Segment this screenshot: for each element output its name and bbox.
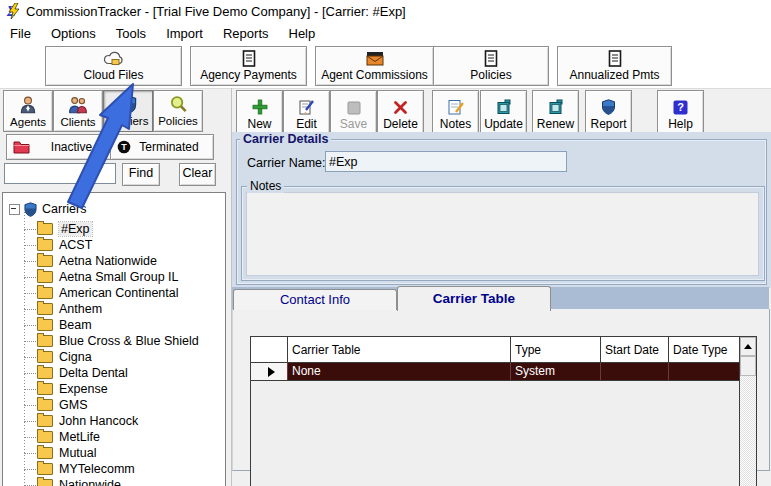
folder-icon xyxy=(37,271,53,283)
tree-item[interactable]: Anthem xyxy=(3,301,225,317)
plus-icon xyxy=(252,99,268,115)
policies-report-button[interactable]: Policies xyxy=(433,46,549,86)
folder-icon xyxy=(37,303,53,315)
clear-button[interactable]: Clear xyxy=(179,163,216,186)
tree-item[interactable]: Delta Dental xyxy=(3,365,225,381)
folder-icon xyxy=(37,383,53,395)
save-button: Save xyxy=(330,90,377,135)
carrier-name-input[interactable]: #Exp xyxy=(325,151,567,172)
table-row[interactable]: None System xyxy=(251,363,739,381)
folder-icon xyxy=(37,335,53,347)
cell-carrier-table: None xyxy=(288,363,511,380)
tree-item[interactable]: John Hancock xyxy=(3,413,225,429)
tree-item[interactable]: MetLife xyxy=(3,429,225,445)
renew-scroll-icon xyxy=(548,99,564,115)
tree-item[interactable]: Aetna Small Group IL xyxy=(3,269,225,285)
notes-doc-icon xyxy=(447,99,464,115)
title-bar: Σ CommissionTracker - [Trial Five Demo C… xyxy=(0,0,771,22)
delete-button[interactable]: Delete xyxy=(377,90,424,135)
renew-button[interactable]: Renew xyxy=(532,90,579,135)
document-icon xyxy=(242,50,256,67)
sidebar-tab-carriers[interactable]: Carriers xyxy=(103,90,153,132)
folder-icon xyxy=(37,255,53,267)
magnifier-icon xyxy=(169,95,188,114)
collapse-minus-icon[interactable] xyxy=(9,204,20,215)
menu-reports[interactable]: Reports xyxy=(213,26,279,41)
red-folder-icon xyxy=(13,141,30,154)
menu-tools[interactable]: Tools xyxy=(106,26,156,41)
folder-icon xyxy=(37,399,53,411)
agent-commissions-button[interactable]: Agent Commissions xyxy=(315,46,434,86)
document-icon xyxy=(484,50,498,67)
tree-item[interactable]: Blue Cross & Blue Shield xyxy=(3,333,225,349)
sidebar-tab-agents[interactable]: Agents xyxy=(3,90,53,132)
clients-people-icon xyxy=(68,95,88,115)
tree-root-carriers[interactable]: Carriers xyxy=(3,201,225,217)
tree-item[interactable]: #Exp xyxy=(3,221,225,237)
carrier-shield-icon xyxy=(24,202,37,217)
tree-item[interactable]: Expense xyxy=(3,381,225,397)
tree-item[interactable]: Aetna Nationwide xyxy=(3,253,225,269)
tree-item[interactable]: GMS xyxy=(3,397,225,413)
cell-type: System xyxy=(511,363,601,380)
grid-header-type[interactable]: Type xyxy=(511,337,601,362)
edit-button[interactable]: Edit xyxy=(283,90,330,135)
carrier-details-title: Carrier Details xyxy=(240,132,331,146)
scroll-thumb[interactable] xyxy=(740,356,756,376)
notes-button[interactable]: Notes xyxy=(432,90,479,135)
grid-header-date-type[interactable]: Date Type xyxy=(669,337,739,362)
grid-header-carrier-table[interactable]: Carrier Table xyxy=(288,337,511,362)
tab-contact-info[interactable]: Contact Info xyxy=(233,289,397,310)
grid-scrollbar[interactable] xyxy=(739,337,756,486)
tree-item[interactable]: Cigna xyxy=(3,349,225,365)
notes-title: Notes xyxy=(247,179,284,193)
scroll-up-button[interactable] xyxy=(740,337,756,356)
terminated-circle-icon: T xyxy=(117,140,131,154)
mail-icon xyxy=(365,51,385,67)
folder-icon xyxy=(37,287,53,299)
grid-header-start-date[interactable]: Start Date xyxy=(601,337,669,362)
menu-help[interactable]: Help xyxy=(279,26,326,41)
menu-file[interactable]: File xyxy=(0,26,41,41)
cloud-files-button[interactable]: Cloud Files xyxy=(45,46,182,86)
sidebar-tab-clients[interactable]: Clients xyxy=(53,90,103,132)
search-input[interactable] xyxy=(4,163,116,184)
delete-x-icon xyxy=(393,100,408,115)
update-button[interactable]: Update xyxy=(480,90,527,135)
folder-icon xyxy=(37,479,53,486)
notes-textarea[interactable] xyxy=(246,192,759,276)
report-button[interactable]: Report xyxy=(585,90,632,135)
tree-item[interactable]: Beam xyxy=(3,317,225,333)
folder-icon xyxy=(37,223,53,235)
agency-payments-button[interactable]: Agency Payments xyxy=(190,46,307,86)
folder-icon xyxy=(37,415,53,427)
help-button[interactable]: ? Help xyxy=(657,90,704,135)
tree-item[interactable]: Nationwide xyxy=(3,477,225,486)
help-icon: ? xyxy=(673,100,688,115)
tree-item[interactable]: Mutual xyxy=(3,445,225,461)
menu-import[interactable]: Import xyxy=(156,26,213,41)
folder-icon xyxy=(37,367,53,379)
svg-text:?: ? xyxy=(677,101,684,113)
inactive-filter-button[interactable]: Inactive xyxy=(6,134,120,160)
tree-item[interactable]: American Continental xyxy=(3,285,225,301)
carriers-tree: Carriers #Exp ACST Aetna Nationwide Aetn… xyxy=(2,192,226,486)
terminated-filter-button[interactable]: T Terminated xyxy=(110,134,214,160)
agent-person-icon xyxy=(18,95,38,115)
sidebar-tab-policies[interactable]: Policies xyxy=(153,90,203,132)
tab-carrier-table[interactable]: Carrier Table xyxy=(397,286,551,311)
scroll-track[interactable] xyxy=(740,376,756,486)
folder-icon xyxy=(37,431,53,443)
cell-date-type xyxy=(669,363,739,380)
tree-item[interactable]: ACST xyxy=(3,237,225,253)
tree-item[interactable]: MYTelecomm xyxy=(3,461,225,477)
svg-text:T: T xyxy=(121,142,127,152)
edit-doc-icon xyxy=(298,99,315,115)
save-icon xyxy=(347,101,361,115)
grid-corner-cell xyxy=(251,337,288,362)
new-button[interactable]: New xyxy=(236,90,283,135)
application-window: { "window": { "title": "CommissionTracke… xyxy=(0,0,771,486)
find-button[interactable]: Find xyxy=(122,163,160,186)
menu-options[interactable]: Options xyxy=(41,26,106,41)
annualized-pmts-button[interactable]: Annualized Pmts xyxy=(557,46,672,86)
